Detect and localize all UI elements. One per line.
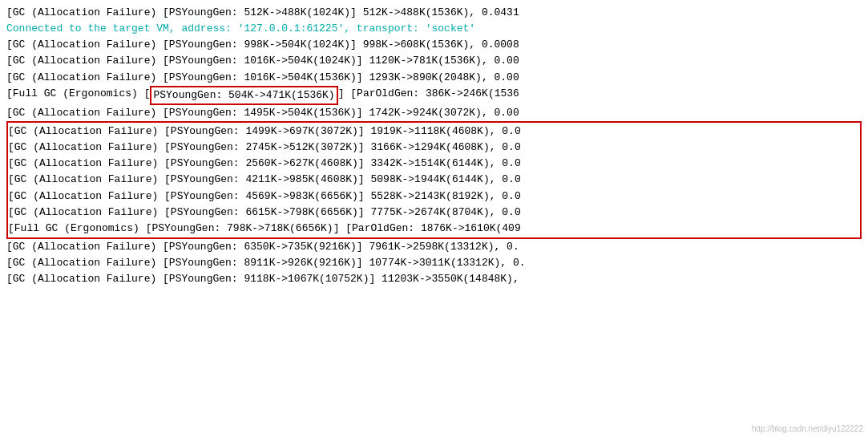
console-output: [GC (Allocation Failure) [PSYoungGen: 51…: [0, 0, 868, 438]
line-11-text: [GC (Allocation Failure) [PSYoungGen: 42…: [8, 172, 521, 188]
line-15: [GC (Allocation Failure) [PSYoungGen: 63…: [6, 239, 862, 255]
line-6-full-gc: [Full GC (Ergonomics) [PSYoungGen: 504K-…: [6, 86, 862, 105]
watermark-text: http://blog.csdn.net/diyu122222: [752, 423, 863, 436]
line-11: [GC (Allocation Failure) [PSYoungGen: 42…: [8, 172, 860, 188]
line-2-connected: Connected to the target VM, address: '12…: [6, 21, 862, 37]
line-9: [GC (Allocation Failure) [PSYoungGen: 27…: [8, 140, 860, 156]
line-13-text: [GC (Allocation Failure) [PSYoungGen: 66…: [8, 205, 521, 221]
line-3-text: [GC (Allocation Failure) [PSYoungGen: 99…: [6, 37, 519, 53]
line-2-text: Connected to the target VM, address: '12…: [6, 21, 475, 37]
line-6-highlighted: PSYoungGen: 504K->471K(1536K): [150, 86, 337, 105]
line-14-text: [Full GC (Ergonomics) [PSYoungGen: 798K-…: [8, 221, 521, 237]
line-1: [GC (Allocation Failure) [PSYoungGen: 51…: [6, 5, 862, 21]
line-3: [GC (Allocation Failure) [PSYoungGen: 99…: [6, 37, 862, 53]
line-9-text: [GC (Allocation Failure) [PSYoungGen: 27…: [8, 140, 521, 156]
line-7-text: [GC (Allocation Failure) [PSYoungGen: 14…: [6, 105, 519, 121]
line-4: [GC (Allocation Failure) [PSYoungGen: 10…: [6, 53, 862, 69]
line-5: [GC (Allocation Failure) [PSYoungGen: 10…: [6, 70, 862, 86]
line-16-text: [GC (Allocation Failure) [PSYoungGen: 89…: [6, 255, 526, 271]
line-17: [GC (Allocation Failure) [PSYoungGen: 91…: [6, 271, 862, 287]
line-16: [GC (Allocation Failure) [PSYoungGen: 89…: [6, 255, 862, 271]
line-1-text: [GC (Allocation Failure) [PSYoungGen: 51…: [6, 5, 519, 21]
line-6-after: ] [ParOldGen: 386K->246K(1536: [338, 86, 519, 102]
line-5-text: [GC (Allocation Failure) [PSYoungGen: 10…: [6, 70, 519, 86]
line-6-before: [Full GC (Ergonomics) [: [6, 86, 150, 102]
line-8: [GC (Allocation Failure) [PSYoungGen: 14…: [8, 124, 860, 140]
line-8-text: [GC (Allocation Failure) [PSYoungGen: 14…: [8, 124, 521, 140]
line-10: [GC (Allocation Failure) [PSYoungGen: 25…: [8, 156, 860, 172]
line-12: [GC (Allocation Failure) [PSYoungGen: 45…: [8, 189, 860, 205]
line-4-text: [GC (Allocation Failure) [PSYoungGen: 10…: [6, 53, 519, 69]
highlight-box-group: [GC (Allocation Failure) [PSYoungGen: 14…: [6, 121, 862, 239]
line-17-text: [GC (Allocation Failure) [PSYoungGen: 91…: [6, 271, 519, 287]
line-7: [GC (Allocation Failure) [PSYoungGen: 14…: [6, 105, 862, 121]
line-10-text: [GC (Allocation Failure) [PSYoungGen: 25…: [8, 156, 521, 172]
line-13: [GC (Allocation Failure) [PSYoungGen: 66…: [8, 205, 860, 221]
line-15-text: [GC (Allocation Failure) [PSYoungGen: 63…: [6, 239, 519, 255]
line-14-full-gc: [Full GC (Ergonomics) [PSYoungGen: 798K-…: [8, 221, 860, 237]
line-12-text: [GC (Allocation Failure) [PSYoungGen: 45…: [8, 189, 521, 205]
